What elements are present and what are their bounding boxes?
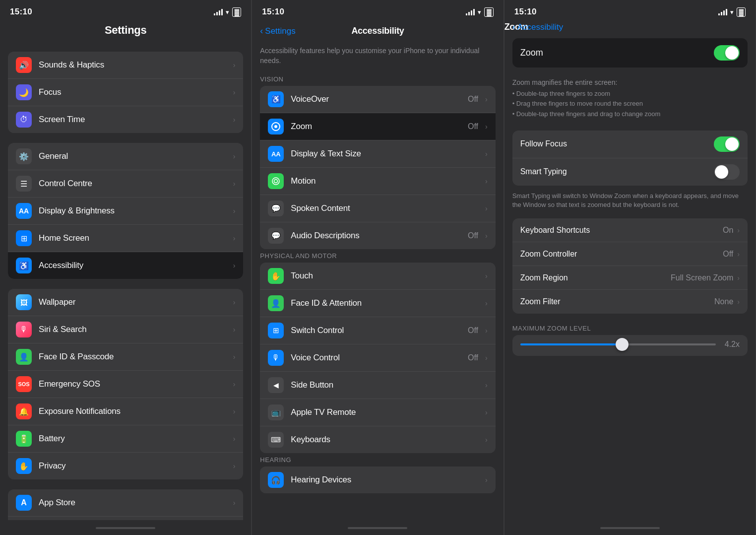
accessibility-item-voicecontrol[interactable]: 🎙 Voice Control Off ›: [260, 344, 495, 372]
zoom-icon: [268, 119, 284, 134]
sidebar-item-battery[interactable]: 🔋 Battery ›: [8, 425, 243, 453]
section-physical: PHYSICAL AND MOTOR: [252, 249, 503, 263]
zoom-slider-fill: [520, 343, 622, 345]
zoom-desc-item-3: Double-tap three fingers and drag to cha…: [512, 110, 748, 119]
followfocus-row[interactable]: Follow Focus: [512, 131, 748, 158]
status-time-1: 15:10: [10, 7, 32, 17]
zoom-slider-track[interactable]: [520, 343, 716, 345]
sidebar-item-accessibility[interactable]: ♿ Accessibility ›: [8, 252, 243, 279]
followfocus-toggle[interactable]: [714, 136, 740, 152]
smarttyping-toggle[interactable]: [714, 164, 740, 180]
battery-icon-1: ▓: [232, 7, 241, 17]
accessibility-item-displaytextsize[interactable]: AA Display & Text Size ›: [260, 140, 495, 168]
zoomregion-row[interactable]: Zoom Region Full Screen Zoom ›: [512, 266, 748, 290]
controlcentre-label: Control Centre: [39, 179, 92, 189]
siri-icon: 🎙: [16, 322, 32, 337]
exposure-label: Exposure Notifications: [39, 406, 121, 416]
appletvremote-icon: 📺: [268, 404, 284, 420]
accessibility-item-sidebutton[interactable]: ◀ Side Button ›: [260, 372, 495, 399]
keyboardshortcuts-row[interactable]: Keyboard Shortcuts On ›: [512, 218, 748, 242]
spokencontent-icon: 💬: [268, 201, 284, 216]
displaytextsize-label: Display & Text Size: [291, 149, 361, 159]
slider-container: 4.2x: [520, 340, 740, 349]
general-label: General: [39, 151, 68, 161]
wallpaper-icon: 🖼: [16, 294, 32, 310]
zoomregion-label: Zoom Region: [520, 273, 568, 282]
screentime-label: Screen Time: [39, 115, 85, 125]
sidebar-item-general[interactable]: ⚙️ General ›: [8, 143, 243, 170]
sidebar-item-displaybrightness[interactable]: AA Display & Brightness ›: [8, 198, 243, 225]
accessibility-item-switchcontrol[interactable]: ⊞ Switch Control Off ›: [260, 317, 495, 344]
hearing-section: 🎧 Hearing Devices ›: [260, 467, 495, 493]
wifi-icon-3: ▾: [730, 8, 734, 16]
settings-group-3: 🖼 Wallpaper › 🎙 Siri & Search ›: [0, 280, 251, 479]
sidebar-item-wallpaper[interactable]: 🖼 Wallpaper ›: [8, 289, 243, 316]
sidebar-item-siri[interactable]: 🎙 Siri & Search ›: [8, 316, 243, 343]
wallpaper-label: Wallpaper: [39, 297, 75, 307]
sounds-label: Sounds & Haptics: [39, 60, 104, 70]
zoom-nav-label: Zoom: [291, 122, 312, 132]
accessibility-item-faceid[interactable]: 👤 Face ID & Attention ›: [260, 290, 495, 317]
accessibility-item-touch[interactable]: ✋ Touch ›: [260, 263, 495, 290]
sidebar-item-screentime[interactable]: ⏱ Screen Time ›: [8, 106, 243, 133]
settings-scroll[interactable]: 🔊 Sounds & Haptics › 🌙 Focus ›: [0, 43, 251, 520]
accessibility-item-audiodesc[interactable]: 💬 Audio Descriptions Off ›: [260, 222, 495, 249]
keyboardshortcuts-value: On: [723, 226, 733, 235]
switchcontrol-label: Switch Control: [291, 326, 344, 335]
zoomcontroller-row[interactable]: Zoom Controller Off ›: [512, 242, 748, 266]
displaybrightness-label: Display & Brightness: [39, 206, 115, 216]
bottom-bar-2: [252, 520, 503, 535]
back-to-accessibility[interactable]: ‹ Accessibility: [512, 22, 564, 32]
voicecontrol-label: Voice Control: [291, 353, 340, 363]
sidebar-item-homescreen[interactable]: ⊞ Home Screen ›: [8, 225, 243, 252]
audiodesc-icon: 💬: [268, 228, 284, 244]
accessibility-item-spokencontent[interactable]: 💬 Spoken Content ›: [260, 195, 495, 222]
physical-section: ✋ Touch › 👤 Face ID & Attention › ⊞: [260, 263, 495, 453]
back-to-settings[interactable]: ‹ Settings: [260, 26, 295, 36]
keyboardshortcuts-label: Keyboard Shortcuts: [520, 226, 590, 235]
spokencontent-label: Spoken Content: [291, 203, 350, 213]
sidebar-item-appstore[interactable]: A App Store ›: [8, 489, 243, 517]
accessibility-panel: 15:10 ▾ ▓ ‹ Settings Accessibility Acces…: [252, 0, 504, 535]
accessibility-item-hearingdevices[interactable]: 🎧 Hearing Devices ›: [260, 467, 495, 493]
emergencysos-icon: SOS: [16, 376, 32, 392]
sidebar-item-privacy[interactable]: ✋ Privacy ›: [8, 453, 243, 479]
back-chevron-icon: ‹: [260, 26, 263, 36]
sidebar-item-faceid[interactable]: 👤 Face ID & Passcode ›: [8, 343, 243, 371]
zoom-toggle[interactable]: [714, 45, 740, 61]
general-icon: ⚙️: [16, 148, 32, 164]
followfocus-label: Follow Focus: [520, 139, 567, 148]
sidebar-item-emergencysos[interactable]: SOS Emergency SOS ›: [8, 371, 243, 398]
accessibility-item-motion[interactable]: Motion ›: [260, 168, 495, 195]
appstore-icon: A: [16, 495, 32, 511]
zoom-scroll[interactable]: Zoom Zoom magnifies the entire screen: D…: [504, 32, 756, 520]
voicecontrol-value: Off: [468, 353, 478, 362]
zoom-level-value: 4.2x: [722, 340, 740, 349]
sidebar-item-wallet[interactable]: 💳 Wallet ›: [8, 517, 243, 520]
voiceover-value: Off: [468, 95, 478, 104]
sidebar-item-focus[interactable]: 🌙 Focus ›: [8, 79, 243, 106]
sidebar-item-exposure[interactable]: 🔔 Exposure Notifications ›: [8, 398, 243, 425]
accessibility-item-keyboards[interactable]: ⌨ Keyboards ›: [260, 426, 495, 453]
touch-label: Touch: [291, 271, 313, 281]
sidebar-item-controlcentre[interactable]: ☰ Control Centre ›: [8, 170, 243, 198]
smarttyping-row[interactable]: Smart Typing: [512, 158, 748, 186]
maxzoom-slider-row: 4.2x: [512, 335, 748, 356]
zoomfilter-row[interactable]: Zoom Filter None ›: [512, 290, 748, 314]
accessibility-scroll[interactable]: Accessibility features help you customis…: [252, 42, 503, 520]
status-time-2: 15:10: [262, 7, 284, 17]
hearingdevices-icon: 🎧: [268, 472, 284, 488]
accessibility-item-voiceover[interactable]: ♿ VoiceOver Off ›: [260, 86, 495, 113]
zoom-nav-chevron: ›: [485, 123, 488, 131]
accessibility-icon: ♿: [16, 258, 32, 273]
zoom-slider-thumb[interactable]: [616, 338, 629, 351]
accessibility-item-zoom[interactable]: Zoom Off ›: [260, 113, 495, 140]
zoom-desc-item-2: Drag three fingers to move round the scr…: [512, 99, 748, 108]
scroll-indicator-1: [96, 527, 155, 529]
accessibility-label: Accessibility: [39, 261, 83, 270]
voiceover-icon: ♿: [268, 91, 284, 107]
zoom-toggle-section: Follow Focus Smart Typing: [512, 131, 748, 186]
sidebar-item-sounds[interactable]: 🔊 Sounds & Haptics ›: [8, 52, 243, 79]
focus-label: Focus: [39, 87, 61, 97]
accessibility-item-appletvremote[interactable]: 📺 Apple TV Remote ›: [260, 399, 495, 426]
